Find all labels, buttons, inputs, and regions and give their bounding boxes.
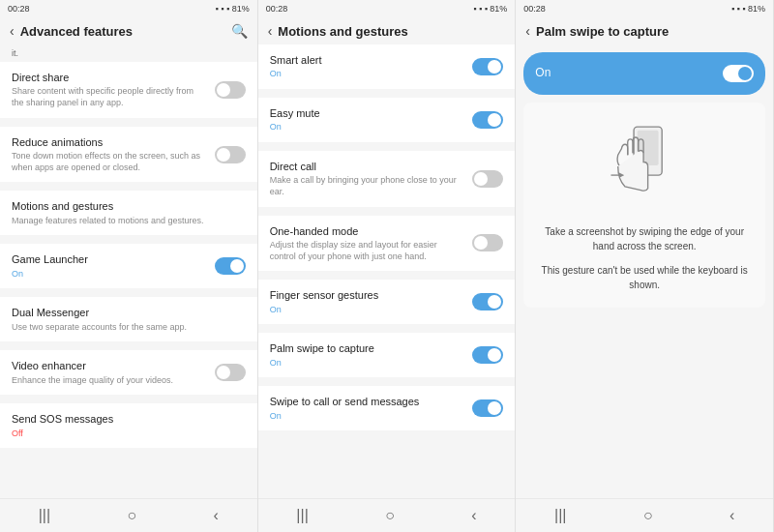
setting-title-palm-swipe: Palm swipe to capture (270, 341, 465, 355)
content-1: it. Direct share Share content with spec… (0, 44, 257, 498)
setting-subtitle-sos: Off (12, 429, 238, 440)
bottom-nav-1: ||| ○ ‹ (0, 498, 257, 532)
setting-title-easy-mute: Easy mute (270, 106, 465, 120)
page-title-1: Advanced features (20, 24, 225, 39)
time-2: 00:28 (266, 4, 288, 14)
setting-title-dual-messenger: Dual Messenger (12, 306, 238, 319)
setting-reduce-animations[interactable]: Reduce animations Tone down motion effec… (0, 127, 257, 183)
toggle-finger-sensor[interactable] (472, 293, 503, 310)
setting-title-direct-share: Direct share (12, 71, 207, 84)
setting-title-video-enhancer: Video enhancer (12, 359, 207, 372)
setting-one-handed[interactable]: One-handed mode Adjust the display size … (258, 216, 516, 272)
setting-subtitle-finger-sensor: On (270, 305, 465, 316)
setting-subtitle-dual-messenger: Use two separate accounts for the same a… (12, 322, 238, 334)
top-bar-1: ‹ Advanced features 🔍 (0, 17, 257, 44)
page-title-2: Motions and gestures (278, 24, 505, 39)
setting-title-reduce-animations: Reduce animations (12, 135, 207, 149)
setting-title-smart-alert: Smart alert (270, 53, 465, 67)
hand-gesture-icon (606, 118, 683, 215)
nav-back-1[interactable]: ‹ (204, 505, 228, 526)
toggle-direct-call[interactable] (472, 170, 503, 188)
search-icon-1[interactable]: 🔍 (231, 23, 248, 39)
setting-easy-mute[interactable]: Easy mute On (258, 98, 516, 142)
setting-game-launcher[interactable]: Game Launcher On (0, 244, 257, 288)
toggle-swipe-call[interactable] (472, 399, 503, 417)
time-3: 00:28 (523, 4, 546, 14)
toggle-game-launcher[interactable] (215, 257, 246, 275)
setting-subtitle-easy-mute: On (270, 122, 465, 133)
content-3: On (516, 44, 773, 498)
nav-back-3[interactable]: ‹ (720, 505, 744, 526)
nav-menu-2[interactable]: ||| (286, 505, 317, 526)
setting-finger-sensor[interactable]: Finger sensor gestures On (258, 280, 516, 324)
nav-home-2[interactable]: ○ (375, 505, 404, 526)
setting-title-one-handed: One-handed mode (270, 224, 465, 238)
setting-title-game-launcher: Game Launcher (12, 252, 207, 266)
setting-subtitle-swipe-call: On (270, 411, 465, 423)
setting-video-enhancer[interactable]: Video enhancer Enhance the image quality… (0, 350, 257, 395)
setting-title-swipe-call: Swipe to call or send messages (270, 395, 465, 408)
setting-subtitle-video-enhancer: Enhance the image quality of your videos… (12, 375, 207, 387)
setting-title-direct-call: Direct call (270, 160, 465, 173)
palm-toggle-label: On (535, 66, 715, 81)
back-button-2[interactable]: ‹ (268, 23, 273, 39)
setting-send-sos[interactable]: Send SOS messages Off (0, 403, 257, 448)
palm-description-1: Take a screenshot by swiping the edge of… (539, 224, 750, 253)
panel-advanced-features: 00:28 ▪ ▪ ▪ 81% ‹ Advanced features 🔍 it… (0, 0, 258, 532)
setting-subtitle-direct-share: Share content with specific people direc… (12, 86, 207, 108)
nav-back-2[interactable]: ‹ (461, 505, 486, 526)
setting-title-finger-sensor: Finger sensor gestures (270, 288, 465, 302)
setting-subtitle-motions: Manage features related to motions and g… (12, 216, 238, 227)
status-bar-2: 00:28 ▪ ▪ ▪ 81% (258, 0, 516, 17)
setting-subtitle-direct-call: Make a call by bringing your phone close… (270, 175, 465, 197)
setting-swipe-call[interactable]: Swipe to call or send messages On (258, 386, 516, 430)
toggle-smart-alert[interactable] (472, 58, 503, 75)
toggle-one-handed[interactable] (472, 234, 503, 251)
setting-subtitle-reduce-animations: Tone down motion effects on the screen, … (12, 151, 207, 173)
setting-motions-gestures[interactable]: Motions and gestures Manage features rel… (0, 191, 257, 235)
toggle-direct-share[interactable] (215, 81, 246, 99)
panel-palm-swipe-capture: 00:28 ▪ ▪ ▪ 81% ‹ Palm swipe to capture … (516, 0, 774, 532)
bottom-nav-3: ||| ○ ‹ (516, 498, 773, 532)
back-button-3[interactable]: ‹ (525, 23, 530, 39)
setting-subtitle-one-handed: Adjust the display size and layout for e… (270, 240, 465, 262)
status-bar-1: 00:28 ▪ ▪ ▪ 81% (0, 0, 257, 17)
setting-direct-share[interactable]: Direct share Share content with specific… (0, 62, 257, 118)
toggle-easy-mute[interactable] (472, 111, 503, 129)
setting-subtitle-game-launcher: On (12, 269, 207, 281)
bottom-nav-2: ||| ○ ‹ (258, 498, 516, 532)
setting-dual-messenger[interactable]: Dual Messenger Use two separate accounts… (0, 297, 257, 341)
panel-motions-gestures: 00:28 ▪ ▪ ▪ 81% ‹ Motions and gestures S… (258, 0, 517, 532)
time-1: 00:28 (8, 4, 30, 14)
status-icons-2: ▪ ▪ ▪ 81% (473, 4, 507, 14)
setting-subtitle-smart-alert: On (270, 69, 465, 80)
status-bar-3: 00:28 ▪ ▪ ▪ 81% (516, 0, 773, 17)
top-bar-3: ‹ Palm swipe to capture (516, 17, 773, 44)
setting-title-motions: Motions and gestures (12, 199, 238, 213)
palm-illustration: Take a screenshot by swiping the edge of… (523, 103, 765, 308)
nav-home-1[interactable]: ○ (118, 505, 147, 526)
nav-home-3[interactable]: ○ (634, 505, 663, 526)
content-2: Smart alert On Easy mute On Direct call … (258, 44, 516, 498)
setting-subtitle-palm-swipe: On (270, 358, 465, 369)
palm-description-2: This gesture can't be used while the key… (539, 263, 750, 292)
partial-text: it. (0, 44, 257, 62)
setting-palm-swipe-toggle[interactable]: On (523, 52, 765, 95)
toggle-palm-swipe-capture[interactable] (723, 65, 754, 82)
toggle-palm-swipe[interactable] (472, 346, 503, 364)
toggle-reduce-animations[interactable] (215, 146, 246, 163)
nav-menu-1[interactable]: ||| (29, 505, 60, 526)
page-title-3: Palm swipe to capture (536, 24, 763, 39)
status-icons-3: ▪ ▪ ▪ 81% (731, 4, 765, 14)
nav-menu-3[interactable]: ||| (545, 505, 576, 526)
setting-title-sos: Send SOS messages (12, 412, 238, 426)
setting-smart-alert[interactable]: Smart alert On (258, 44, 516, 89)
status-icons-1: ▪ ▪ ▪ 81% (216, 4, 250, 14)
setting-direct-call[interactable]: Direct call Make a call by bringing your… (258, 151, 516, 207)
setting-palm-swipe[interactable]: Palm swipe to capture On (258, 333, 516, 377)
toggle-video-enhancer[interactable] (215, 364, 246, 381)
top-bar-2: ‹ Motions and gestures (258, 17, 516, 44)
back-button-1[interactable]: ‹ (10, 23, 15, 39)
